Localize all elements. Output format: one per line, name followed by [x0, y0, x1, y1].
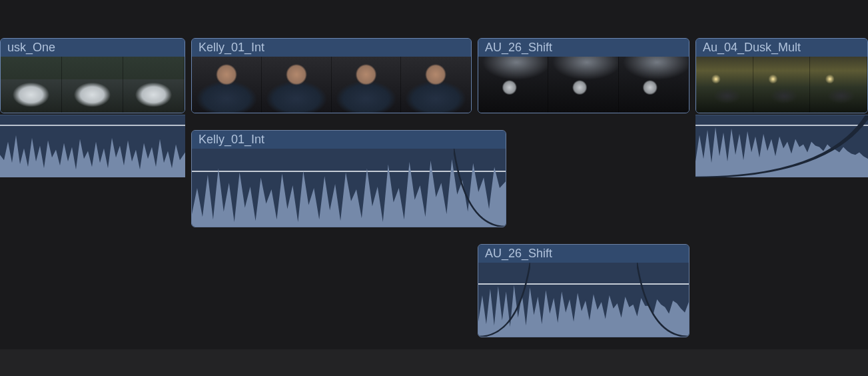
timeline-canvas[interactable]: usk_One Kelly_01_Int AU_26_Shift Au_04_D… — [0, 0, 868, 376]
thumbnail — [192, 57, 262, 113]
thumbnail — [62, 57, 123, 113]
clip-title: Kelly_01_Int — [192, 39, 471, 57]
thumbnail — [332, 57, 402, 113]
clip-title: usk_One — [1, 39, 185, 57]
video-clip-kelly[interactable]: Kelly_01_Int — [191, 38, 472, 113]
thumbnail — [810, 57, 867, 113]
thumbnail — [753, 57, 811, 113]
thumbnail — [548, 57, 618, 113]
video-clip-dusk-mult[interactable]: Au_04_Dusk_Mult — [695, 38, 868, 113]
thumbnail — [401, 57, 471, 113]
clip-thumbnails — [478, 57, 689, 113]
clip-title: AU_26_Shift — [478, 39, 689, 57]
attached-audio-dusk-mult[interactable] — [695, 115, 868, 177]
clip-thumbnails — [696, 57, 867, 113]
waveform-icon — [478, 263, 689, 337]
audio-waveform[interactable] — [192, 149, 506, 227]
attached-audio-dusk-one[interactable] — [0, 115, 185, 177]
video-clip-dusk-one[interactable]: usk_One — [0, 38, 185, 113]
waveform-icon — [192, 149, 506, 227]
audio-clip-kelly[interactable]: Kelly_01_Int — [191, 130, 506, 227]
clip-title: AU_26_Shift — [478, 245, 689, 263]
thumbnail — [262, 57, 332, 113]
thumbnail — [1, 57, 62, 113]
clip-title: Au_04_Dusk_Mult — [696, 39, 867, 57]
clip-thumbnails — [1, 57, 185, 113]
video-clip-au26[interactable]: AU_26_Shift — [478, 38, 689, 113]
clip-thumbnails — [192, 57, 471, 113]
timeline-footer-strip — [0, 349, 868, 376]
audio-waveform[interactable] — [478, 263, 689, 337]
clip-title: Kelly_01_Int — [192, 131, 506, 149]
thumbnail — [478, 57, 548, 113]
audio-clip-au26[interactable]: AU_26_Shift — [478, 244, 689, 337]
thumbnail — [123, 57, 185, 113]
thumbnail — [619, 57, 689, 113]
waveform-icon — [0, 115, 185, 177]
thumbnail — [696, 57, 753, 113]
